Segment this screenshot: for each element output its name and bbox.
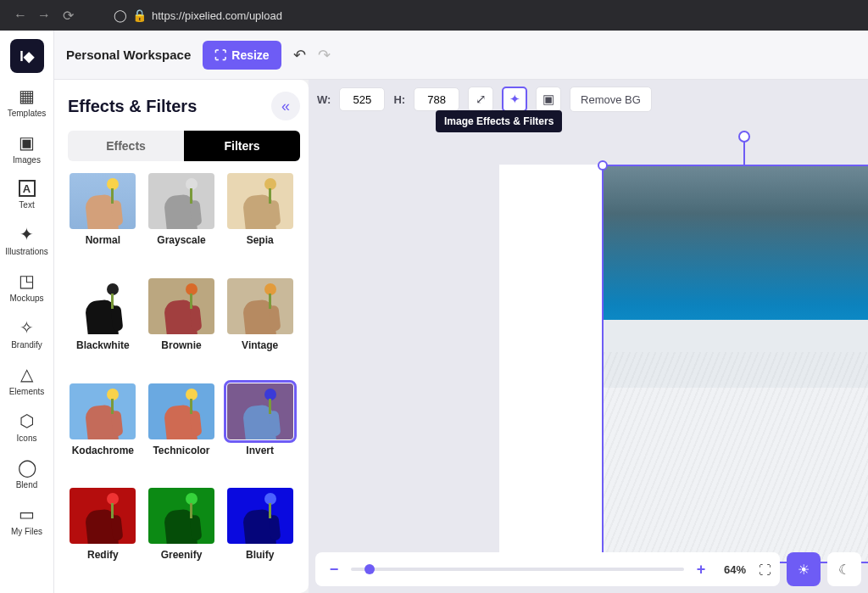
rail-mockups[interactable]: ◳Mockups [0, 265, 54, 311]
rail-images[interactable]: ▣Images [0, 126, 54, 173]
filter-brownie[interactable]: Brownie [147, 278, 217, 375]
folder-icon: ▭ [19, 505, 35, 523]
forward-icon[interactable]: → [32, 3, 56, 27]
top-bar: Personal Workspace ⛶Resize ↶ ↷ [54, 31, 868, 80]
rail-blend[interactable]: ◯Blend [0, 451, 54, 498]
left-rail: I◆ ▦Templates ▣Images AText ✦Illustratio… [0, 31, 54, 593]
workspace-name[interactable]: Personal Workspace [66, 48, 191, 62]
tab-filters[interactable]: Filters [184, 131, 300, 161]
sun-icon: ☀ [798, 562, 810, 578]
filter-sepia[interactable]: Sepia [225, 173, 295, 270]
filters-grid[interactable]: Normal Grayscale Sepia Blackwhite Browni… [68, 173, 300, 593]
filter-blackwhite[interactable]: Blackwhite [68, 278, 138, 375]
height-input[interactable] [414, 87, 459, 111]
filter-technicolor[interactable]: Technicolor [147, 383, 217, 480]
height-label: H: [393, 93, 405, 106]
zoom-slider-thumb[interactable] [364, 564, 375, 574]
resize-icon: ⛶ [214, 48, 226, 62]
templates-icon: ▦ [19, 87, 35, 105]
expand-icon: ⤢ [476, 92, 487, 107]
crop-button[interactable]: ▣ [536, 87, 561, 112]
zoom-slider[interactable] [351, 568, 684, 571]
browser-bar: ← → ⟳ ◯ 🔒 https://pixelied.com/upload [0, 0, 868, 31]
address-bar[interactable]: ◯ 🔒 https://pixelied.com/upload [114, 8, 860, 22]
crop-icon: ▣ [542, 92, 554, 107]
width-input[interactable] [339, 87, 385, 111]
reload-icon[interactable]: ⟳ [56, 3, 80, 27]
properties-bar: W: H: ⤢ ✦ ▣ Remove BG [317, 87, 652, 112]
tooltip: Image Effects & Filters [436, 110, 562, 132]
tab-effects[interactable]: Effects [68, 131, 184, 161]
bottom-bar: − + 64% ⛶ ☀ ☾ [315, 552, 861, 586]
resize-handle-tl[interactable] [598, 160, 608, 171]
text-icon: A [19, 180, 36, 197]
collapse-panel-button[interactable]: « [271, 92, 300, 120]
selected-image[interactable] [602, 165, 868, 563]
moon-icon: ☾ [838, 562, 850, 578]
rail-brandify[interactable]: ✧Brandify [0, 311, 54, 358]
width-label: W: [317, 93, 331, 106]
panel-title: Effects & Filters [68, 97, 197, 116]
rail-icons[interactable]: ⬡Icons [0, 405, 54, 451]
filter-bluify[interactable]: Bluify [225, 488, 295, 585]
remove-bg-button[interactable]: Remove BG [570, 87, 652, 112]
shield-icon: ◯ [114, 8, 127, 22]
sparkle-icon: ✦ [509, 92, 520, 107]
canvas-area[interactable]: W: H: ⤢ ✦ ▣ Remove BG Image Effects & Fi… [309, 80, 868, 593]
rail-elements[interactable]: △Elements [0, 358, 54, 405]
blend-icon: ◯ [18, 458, 36, 477]
rotate-handle[interactable] [738, 131, 750, 143]
filter-invert[interactable]: Invert [225, 383, 295, 480]
redo-button[interactable]: ↷ [318, 46, 331, 64]
elements-icon: △ [20, 365, 33, 383]
brandify-icon: ✧ [19, 318, 34, 337]
chevron-left-icon: « [281, 98, 290, 115]
expand-button[interactable]: ⤢ [468, 87, 493, 112]
rail-illustrations[interactable]: ✦Illustrations [0, 218, 54, 265]
rail-templates[interactable]: ▦Templates [0, 80, 54, 126]
effects-panel: Effects & Filters « Effects Filters Norm… [54, 80, 309, 593]
rail-myfiles[interactable]: ▭My Files [0, 498, 54, 545]
images-icon: ▣ [19, 133, 35, 152]
filter-kodachrome[interactable]: Kodachrome [68, 383, 138, 480]
dark-theme-button[interactable]: ☾ [827, 552, 861, 586]
light-theme-button[interactable]: ☀ [787, 552, 821, 586]
effects-button[interactable]: ✦ [502, 87, 527, 112]
lock-icon: 🔒 [132, 8, 147, 22]
undo-button[interactable]: ↶ [293, 46, 306, 64]
image-content [604, 166, 868, 562]
zoom-control: − + 64% ⛶ [315, 552, 780, 586]
app-logo[interactable]: I◆ [10, 39, 44, 73]
zoom-in-button[interactable]: + [691, 561, 711, 579]
back-icon[interactable]: ← [8, 3, 32, 27]
resize-button[interactable]: ⛶Resize [203, 41, 281, 70]
fit-screen-button[interactable]: ⛶ [759, 562, 771, 577]
panel-tabs: Effects Filters [68, 131, 300, 161]
illustrations-icon: ✦ [19, 225, 34, 243]
filter-greenify[interactable]: Greenify [147, 488, 217, 585]
filter-redify[interactable]: Redify [68, 488, 138, 585]
zoom-percent: 64% [718, 563, 752, 576]
filter-vintage[interactable]: Vintage [225, 278, 295, 375]
rail-text[interactable]: AText [0, 173, 54, 218]
mockups-icon: ◳ [19, 271, 35, 290]
zoom-out-button[interactable]: − [324, 561, 344, 579]
icons-icon: ⬡ [19, 411, 34, 430]
url-text: https://pixelied.com/upload [152, 9, 282, 22]
filter-normal[interactable]: Normal [68, 173, 138, 270]
filter-grayscale[interactable]: Grayscale [147, 173, 217, 270]
